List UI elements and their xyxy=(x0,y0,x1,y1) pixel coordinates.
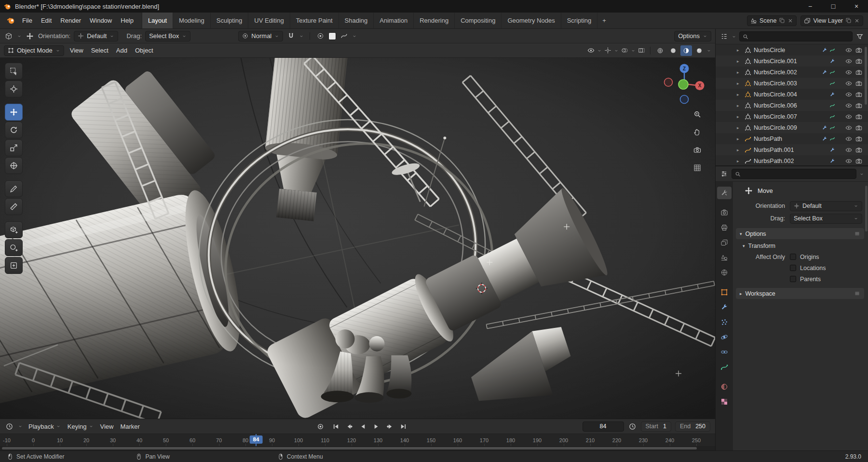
disable-render-camera-icon[interactable] xyxy=(855,58,862,65)
properties-tab-texture[interactable] xyxy=(717,395,732,408)
expand-icon[interactable]: ▸ xyxy=(737,48,742,53)
timeline-menu-keying[interactable]: Keying xyxy=(66,423,95,430)
outliner-row-nurbscircle-003[interactable]: ▸NurbsCircle.003 xyxy=(716,78,868,89)
gizmo-z-label[interactable]: Z xyxy=(683,66,686,71)
tool-transform-button[interactable] xyxy=(5,157,23,174)
properties-tab-tool[interactable] xyxy=(717,187,732,199)
expand-icon[interactable]: ▸ xyxy=(737,70,742,75)
properties-tab-scene[interactable] xyxy=(717,251,732,264)
use-preview-range-clock-icon[interactable] xyxy=(628,422,637,431)
outliner-row-nurbscircle-001[interactable]: ▸NurbsCircle.001 xyxy=(716,55,868,67)
disable-render-camera-icon[interactable] xyxy=(855,124,862,131)
frame-end-field[interactable]: End 250 xyxy=(675,421,710,432)
expand-icon[interactable]: ▸ xyxy=(737,148,742,152)
blender-menu-logo-icon[interactable] xyxy=(4,13,18,28)
outliner-row-nurbscircle-009[interactable]: ▸NurbsCircle.009 xyxy=(716,122,868,133)
jump-first-button[interactable] xyxy=(330,421,342,432)
jump-last-button[interactable] xyxy=(398,421,409,432)
timeline-menu-marker[interactable]: Marker xyxy=(118,423,141,430)
disable-render-camera-icon[interactable] xyxy=(855,158,862,164)
expand-icon[interactable]: ▸ xyxy=(737,136,742,141)
outliner-row-nurbscircle-004[interactable]: ▸NurbsCircle.004 xyxy=(716,89,868,100)
properties-search-input[interactable] xyxy=(743,170,853,178)
tool-annotate-button[interactable] xyxy=(5,180,23,197)
panel-menu-icon[interactable] xyxy=(854,231,860,237)
disable-render-camera-icon[interactable] xyxy=(855,102,862,109)
close-button[interactable]: × xyxy=(845,0,868,13)
next-keyframe-button[interactable] xyxy=(384,421,396,432)
filter-icon[interactable] xyxy=(855,32,864,41)
disable-render-camera-icon[interactable] xyxy=(855,147,862,153)
expand-icon[interactable]: ▸ xyxy=(737,81,742,86)
outliner-editor-chevron-icon[interactable] xyxy=(732,34,736,39)
show-overlays-icon[interactable] xyxy=(620,46,629,55)
hide-viewport-eye-icon[interactable] xyxy=(845,147,852,153)
properties-tab-particles[interactable] xyxy=(717,316,732,328)
properties-tab-material[interactable] xyxy=(717,380,732,393)
hide-viewport-eye-icon[interactable] xyxy=(845,47,852,54)
color-swatch[interactable] xyxy=(328,32,336,40)
disable-render-camera-icon[interactable] xyxy=(855,47,862,54)
outliner-scrollbar[interactable] xyxy=(865,47,867,105)
outliner-editor-icon[interactable] xyxy=(719,32,729,41)
outliner-search[interactable] xyxy=(739,31,853,41)
tool-extra-tool-button[interactable] xyxy=(5,257,23,274)
outliner-row-nurbscircle[interactable]: ▸NurbsCircle xyxy=(716,44,868,55)
outliner-row-nurbscircle-007[interactable]: ▸NurbsCircle.007 xyxy=(716,111,868,122)
object-name[interactable]: NurbsCircle.009 xyxy=(754,124,797,131)
tool-measure-button[interactable] xyxy=(5,198,23,215)
scene-selector[interactable]: Scene xyxy=(747,15,797,26)
maximize-button[interactable]: □ xyxy=(822,0,845,13)
orientation-dropdown[interactable]: Default xyxy=(74,31,118,41)
playhead-label[interactable]: 84 xyxy=(250,435,263,444)
properties-tab-constraints[interactable] xyxy=(717,346,732,358)
gizmo-x-label[interactable]: X xyxy=(698,83,702,88)
object-name[interactable]: NurbsPath.001 xyxy=(754,147,794,153)
mode-dropdown[interactable]: Object Mode xyxy=(4,45,64,56)
menu-render[interactable]: Render xyxy=(56,13,85,28)
tool-move-button[interactable] xyxy=(5,104,23,121)
shading-solid-button[interactable] xyxy=(667,45,679,56)
auto-keying-record-icon[interactable] xyxy=(315,421,326,432)
orientation-dropdown[interactable]: Default xyxy=(790,201,862,211)
disable-render-camera-icon[interactable] xyxy=(855,136,862,142)
workspace-tab-uv-editing[interactable]: UV Editing xyxy=(248,13,290,28)
outliner-row-nurbspath[interactable]: ▸NurbsPath xyxy=(716,133,868,144)
checkbox-parents[interactable] xyxy=(790,276,796,282)
workspace-panel-header[interactable]: ▸ Workspace xyxy=(736,288,864,299)
toggle-xray-icon[interactable] xyxy=(637,46,646,55)
editor-type-icon[interactable] xyxy=(4,31,14,41)
timeline-editor-chevron-icon[interactable] xyxy=(18,424,23,429)
menu-edit[interactable]: Edit xyxy=(37,13,56,28)
timeline-scrollbar[interactable] xyxy=(0,446,715,450)
timeline-menu-view[interactable]: View xyxy=(98,423,116,430)
timeline-menu-playback[interactable]: Playback xyxy=(27,423,63,430)
object-name[interactable]: NurbsCircle.003 xyxy=(754,80,797,87)
checkbox-origins[interactable] xyxy=(790,254,796,260)
disable-render-camera-icon[interactable] xyxy=(855,91,862,98)
shading-material-preview-button[interactable] xyxy=(680,45,692,56)
object-name[interactable]: NurbsPath.002 xyxy=(754,158,794,164)
hide-viewport-eye-icon[interactable] xyxy=(845,136,852,142)
viewport-menu-select[interactable]: Select xyxy=(87,47,112,54)
object-visibility-chevron-icon[interactable] xyxy=(597,48,602,53)
disable-render-camera-icon[interactable] xyxy=(855,80,862,87)
expand-icon[interactable]: ▸ xyxy=(737,59,742,64)
hide-viewport-eye-icon[interactable] xyxy=(845,91,852,98)
disable-render-camera-icon[interactable] xyxy=(855,69,862,76)
workspace-tab-geometry-nodes[interactable]: Geometry Nodes xyxy=(502,13,561,28)
viewport-menu-view[interactable]: View xyxy=(66,47,87,54)
shading-wireframe-button[interactable] xyxy=(654,45,666,56)
object-name[interactable]: NurbsCircle.006 xyxy=(754,102,797,109)
outliner-search-input[interactable] xyxy=(751,33,849,41)
tool-cursor-button[interactable] xyxy=(5,81,23,97)
object-name[interactable]: NurbsCircle.001 xyxy=(754,58,797,65)
properties-scrollbar[interactable] xyxy=(865,186,868,231)
viewport-hand-icon[interactable] xyxy=(691,126,704,138)
editor-type-chevron-icon[interactable] xyxy=(17,34,22,39)
workspace-tab-scripting[interactable]: Scripting xyxy=(561,13,598,28)
drag-dropdown[interactable]: Select Box xyxy=(145,31,190,41)
workspace-tab-rendering[interactable]: Rendering xyxy=(414,13,455,28)
object-name[interactable]: NurbsPath xyxy=(754,136,782,142)
hide-viewport-eye-icon[interactable] xyxy=(845,124,852,131)
